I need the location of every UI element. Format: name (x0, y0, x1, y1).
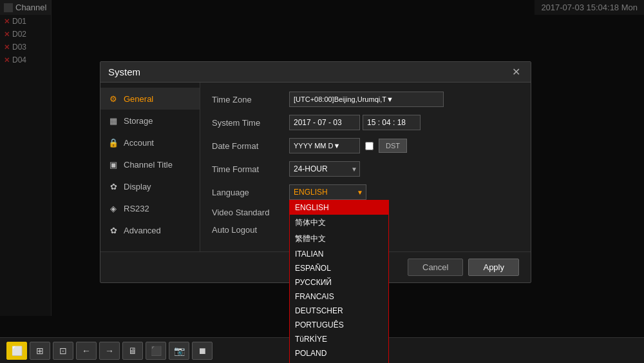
snapshot-icon: 📷 (174, 346, 185, 356)
timeformat-select-wrapper: 24-HOUR 12-HOUR ▼ (289, 161, 360, 177)
sidebar-item-rs232[interactable]: ◈ RS232 (100, 197, 200, 219)
modal-titlebar: System ✕ (100, 62, 531, 83)
lang-option-traditional-chinese[interactable]: 繁體中文 (290, 231, 388, 247)
apply-button[interactable]: Apply (468, 259, 519, 276)
toolbar-button-layout[interactable]: ⊞ (30, 342, 50, 360)
toolbar-button-next[interactable]: → (99, 342, 120, 360)
timezone-row: Time Zone [UTC+08:00]Beijing,Urumqi,T▼ (212, 92, 519, 107)
systemtime-label: System Time (212, 118, 289, 128)
layout-icon: ⊞ (36, 346, 44, 356)
modal-sidebar: ⚙ General ▦ Storage 🔒 Account ▣ Channel … (100, 83, 200, 251)
display-icon: ✿ (108, 181, 118, 191)
modal-close-button[interactable]: ✕ (509, 66, 523, 78)
lang-option-russian[interactable]: РУССКИЙ (290, 275, 388, 289)
sidebar-item-channel-title[interactable]: ▣ Channel Title (100, 153, 200, 175)
lang-option-german[interactable]: DEUTSCHER (290, 304, 388, 318)
system-modal: System ✕ ⚙ General ▦ Storage 🔒 Account ▣… (100, 61, 531, 283)
modal-form-content: Time Zone [UTC+08:00]Beijing,Urumqi,T▼ S… (200, 83, 531, 251)
language-label: Language (212, 188, 289, 197)
sidebar-item-storage[interactable]: ▦ Storage (100, 110, 200, 132)
language-dropdown: ENGLISH 简体中文 繁體中文 ITALIAN ESPAÑOL РУССКИ… (289, 200, 389, 363)
dst-checkbox[interactable] (365, 142, 374, 150)
toolbar-button-live[interactable]: ⬜ (6, 342, 27, 360)
timezone-label: Time Zone (212, 95, 289, 104)
sidebar-item-general[interactable]: ⚙ General (100, 88, 200, 110)
general-icon: ⚙ (108, 93, 118, 104)
lang-option-french[interactable]: FRANCAIS (290, 289, 388, 304)
timeformat-row: Time Format 24-HOUR 12-HOUR ▼ (212, 161, 519, 177)
advanced-icon: ✿ (108, 225, 118, 235)
lang-option-english[interactable]: ENGLISH (290, 201, 388, 215)
storage-icon: ▦ (108, 115, 118, 126)
live-icon: ⬜ (12, 346, 23, 356)
dateformat-select[interactable]: YYYY MM D▼ (289, 138, 360, 153)
cancel-button[interactable]: Cancel (408, 259, 463, 276)
language-dropdown-container: ENGLISH ▼ ENGLISH 简体中文 繁體中文 ITALIAN ESPA… (289, 184, 366, 200)
videostandard-label: Video Standard (212, 208, 289, 217)
systemtime-row: System Time (212, 115, 519, 130)
modal-title: System (108, 66, 140, 77)
stop-icon: ⏹ (198, 346, 207, 356)
language-row: Language ENGLISH ▼ ENGLISH 简体中文 繁體中文 ITA… (212, 184, 519, 200)
monitor-icon: 🖥 (128, 346, 137, 356)
timezone-select-wrapper: [UTC+08:00]Beijing,Urumqi,T▼ (289, 92, 444, 107)
fullscreen-icon: ⊡ (59, 346, 67, 356)
dateformat-row: Date Format YYYY MM D▼ DST (212, 138, 519, 153)
toolbar-button-record[interactable]: ⬛ (146, 342, 166, 360)
lang-option-spanish[interactable]: ESPAÑOL (290, 261, 388, 275)
account-icon: 🔒 (108, 137, 118, 148)
prev-icon: ← (82, 346, 91, 356)
lang-option-turkish[interactable]: TüRKİYE (290, 332, 388, 346)
lang-option-portuguese[interactable]: PORTUGUÊS (290, 318, 388, 332)
systemtime-fields (289, 115, 421, 130)
sidebar-item-display[interactable]: ✿ Display (100, 175, 200, 197)
toolbar-button-fullscreen[interactable]: ⊡ (53, 342, 73, 360)
channel-title-icon: ▣ (108, 159, 118, 170)
lang-option-italian[interactable]: ITALIAN (290, 247, 388, 261)
timeformat-label: Time Format (212, 164, 289, 174)
systemtime-time-input[interactable] (363, 115, 421, 130)
lang-option-simplified-chinese[interactable]: 简体中文 (290, 215, 388, 231)
dateformat-select-wrapper: YYYY MM D▼ (289, 138, 360, 153)
timezone-select[interactable]: [UTC+08:00]Beijing,Urumqi,T▼ (289, 92, 444, 107)
rs232-icon: ◈ (108, 203, 118, 213)
toolbar-button-snapshot[interactable]: 📷 (169, 342, 189, 360)
autologout-label: Auto Logout (212, 225, 289, 235)
toolbar-button-monitor[interactable]: 🖥 (122, 342, 143, 360)
dst-button[interactable]: DST (379, 139, 407, 153)
dateformat-label: Date Format (212, 141, 289, 151)
sidebar-item-account[interactable]: 🔒 Account (100, 132, 200, 153)
toolbar-button-prev[interactable]: ← (76, 342, 97, 360)
next-icon: → (105, 346, 114, 356)
systemtime-date-input[interactable] (289, 115, 360, 130)
lang-option-polish[interactable]: POLAND (290, 346, 388, 360)
modal-body: ⚙ General ▦ Storage 🔒 Account ▣ Channel … (100, 83, 531, 251)
record-icon: ⬛ (151, 346, 162, 356)
sidebar-item-advanced[interactable]: ✿ Advanced (100, 219, 200, 241)
timeformat-select[interactable]: 24-HOUR 12-HOUR (289, 161, 360, 177)
lang-option-romanian[interactable]: Română (290, 360, 388, 363)
toolbar-button-stop[interactable]: ⏹ (192, 342, 213, 360)
language-select-arrow: ▼ (357, 189, 363, 196)
language-select[interactable]: ENGLISH ▼ (289, 184, 366, 200)
